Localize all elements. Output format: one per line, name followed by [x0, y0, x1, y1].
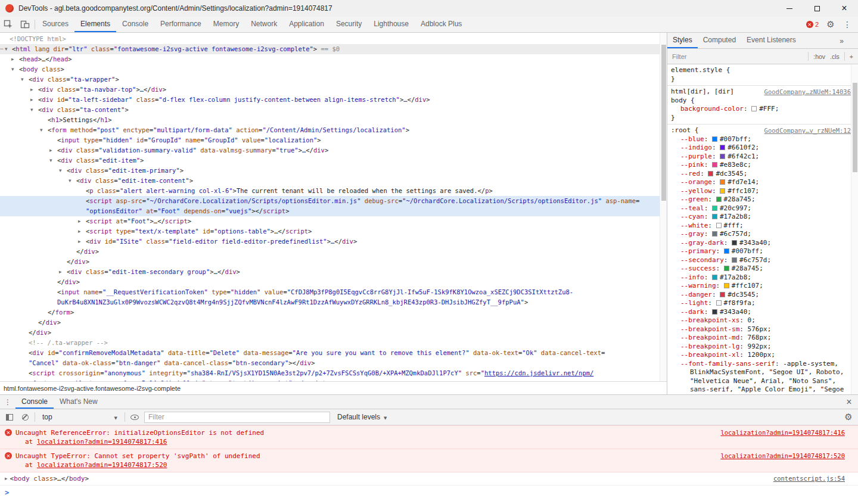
dom-node-line[interactable]: <!DOCTYPE html> [0, 34, 660, 44]
css-property[interactable]: --warning: #ffc107; [671, 282, 851, 291]
dom-node-line[interactable]: ▸<div id="ISite" class="field-editor fie… [0, 237, 660, 247]
dom-node-line[interactable]: ▸<div class="edit-item-secondary group">… [0, 267, 660, 277]
dom-node-line[interactable]: </div> [0, 247, 660, 257]
css-property[interactable]: --blue: #007bff; [671, 135, 851, 144]
console-error-message[interactable]: Uncaught ReferenceError: initializeOptio… [0, 425, 858, 449]
console-settings-icon[interactable] [843, 411, 854, 423]
tab-elements[interactable]: Elements [74, 17, 116, 32]
elements-scrollbar[interactable] [660, 33, 667, 381]
color-swatch[interactable] [720, 188, 725, 194]
property-name[interactable]: --pink [680, 161, 704, 169]
property-value[interactable]: #e83e8c [720, 161, 747, 169]
property-name[interactable]: --danger [680, 291, 712, 298]
styles-scrollbar[interactable] [851, 65, 858, 394]
more-options-icon[interactable] [839, 20, 856, 29]
css-property[interactable]: --teal: #20c997; [671, 204, 851, 213]
new-style-rule-button[interactable]: + [847, 52, 856, 61]
color-swatch[interactable] [716, 223, 722, 228]
expand-arrow-icon[interactable]: ▸ [30, 85, 33, 95]
message-source-link[interactable]: localization?admin=1914074817:520 [720, 452, 845, 459]
property-name[interactable]: --breakpoint-lg [680, 343, 739, 350]
css-property[interactable]: --indigo: #6610f2; [671, 144, 851, 153]
tab-console[interactable]: Console [116, 17, 154, 32]
dom-node-line[interactable]: </div> [0, 318, 660, 328]
dom-node-line[interactable]: </div> [0, 257, 660, 267]
property-name[interactable]: --blue [680, 135, 704, 143]
property-name[interactable]: --primary [680, 247, 716, 255]
property-name[interactable]: background-color [680, 105, 744, 113]
collapse-arrow-icon[interactable]: ▾ [5, 44, 8, 54]
property-name[interactable]: --dark [680, 308, 704, 316]
dom-node-line[interactable]: <script crossorigin="anonymous" integrit… [0, 368, 660, 378]
property-name[interactable]: --breakpoint-xl [680, 351, 739, 359]
color-swatch[interactable] [712, 136, 717, 142]
dom-node-line[interactable]: </div> [0, 277, 660, 287]
styles-tab-styles[interactable]: Styles [667, 33, 698, 48]
expand-arrow-icon[interactable]: ▸ [5, 474, 8, 483]
color-swatch[interactable] [724, 283, 729, 288]
property-value[interactable]: #007bff [720, 135, 747, 143]
color-swatch[interactable] [720, 145, 725, 150]
property-value[interactable]: #007bff [732, 247, 759, 255]
color-swatch[interactable] [720, 179, 725, 185]
dom-node-line[interactable]: ▸<div id="ta-left-sidebar" class="d-flex… [0, 95, 660, 105]
property-name[interactable]: --gray-dark [680, 239, 724, 247]
property-name[interactable]: --success [680, 265, 716, 272]
property-name[interactable]: --red [680, 170, 700, 178]
dom-node-line[interactable]: <input type="hidden" id="GroupId" name="… [0, 135, 660, 145]
property-value[interactable]: #dc3545 [728, 291, 755, 298]
dom-node-line[interactable]: ▾<div class="edit-item-primary"> [0, 166, 660, 176]
color-swatch[interactable] [720, 292, 725, 297]
property-name[interactable]: --font-family-sans-serif [680, 360, 775, 368]
property-value[interactable]: #28a745 [724, 195, 751, 203]
dom-node-line[interactable]: </div> [0, 328, 660, 338]
message-source-link[interactable]: contentscript.js:54 [773, 475, 845, 482]
dom-node-line[interactable]: ▸<script type="text/x-template" id="opti… [0, 226, 660, 237]
css-property[interactable]: --primary: #007bff; [671, 247, 851, 256]
log-level-selector[interactable]: Default levels [334, 412, 390, 422]
breadcrumb[interactable]: html.fontawesome-i2svg-active.fontawesom… [0, 381, 667, 394]
console-prompt[interactable]: > [0, 486, 858, 497]
property-value[interactable]: #343a40 [739, 239, 767, 247]
css-property[interactable]: --breakpoint-xl: 1200px; [671, 351, 851, 360]
collapse-arrow-icon[interactable]: ▾ [40, 125, 43, 135]
property-name[interactable]: --secondary [680, 256, 724, 264]
property-value[interactable]: #ffc107 [728, 187, 755, 195]
styles-tab-event-listeners[interactable]: Event Listeners [741, 33, 801, 48]
expand-arrow-icon[interactable]: ▸ [59, 267, 62, 277]
console-sidebar-icon[interactable] [4, 411, 15, 423]
collapse-arrow-icon[interactable]: ▾ [59, 166, 62, 176]
css-property[interactable]: --danger: #dc3545; [671, 291, 851, 300]
stylesheet-source-link[interactable]: GoodCompany…v_rzNUeM:12 [764, 126, 851, 135]
property-value[interactable]: #f8f9fa [724, 299, 751, 307]
console-error-message[interactable]: Uncaught TypeError: Cannot set property … [0, 449, 858, 472]
dom-node-line[interactable]: </form> [0, 307, 660, 318]
css-property[interactable]: --success: #28a745; [671, 265, 851, 273]
stack-frame-link[interactable]: localization?admin=1914074817:416 [37, 438, 167, 446]
dom-node-line[interactable]: ▸<head>…</head> [0, 54, 660, 64]
property-name[interactable]: --indigo [680, 144, 712, 151]
css-property[interactable]: --info: #17a2b8; [671, 273, 851, 282]
property-value[interactable]: #17a2b8 [720, 273, 747, 281]
dom-node-line[interactable]: ▾<body class> [0, 64, 660, 74]
stylesheet-source-link[interactable]: GoodCompany…zNUeM:14036 [764, 88, 851, 97]
property-name[interactable]: --warning [680, 282, 716, 290]
expand-arrow-icon[interactable]: ▸ [78, 216, 81, 226]
message-source-link[interactable]: localization?admin=1914074817:416 [720, 429, 845, 436]
styles-filter-input[interactable] [670, 52, 806, 61]
color-swatch[interactable] [712, 231, 717, 237]
dom-node-line[interactable]: <input name="__RequestVerificationToken"… [0, 287, 660, 297]
styles-tab-computed[interactable]: Computed [698, 33, 741, 48]
dom-node-line[interactable]: ▾<div class="edit-item-content"> [0, 176, 660, 186]
property-name[interactable]: --yellow [680, 187, 712, 195]
css-property[interactable]: --light: #f8f9fa; [671, 299, 851, 308]
css-property[interactable]: background-color: #FFF; [671, 105, 851, 114]
dom-node-line[interactable]: ▾<div class="edit-item"> [0, 155, 660, 166]
maximize-button[interactable] [803, 0, 831, 17]
console-logged-element[interactable]: ▸<body class>…</body>contentscript.js:54 [0, 472, 858, 486]
dom-node-line[interactable]: ▾<div class="ta-content"> [0, 105, 660, 115]
tab-sources[interactable]: Sources [36, 17, 74, 32]
dom-node-line[interactable]: <h1>Settings</h1> [0, 115, 660, 125]
css-property[interactable]: --breakpoint-xs: 0; [671, 316, 851, 325]
color-swatch[interactable] [712, 275, 717, 280]
